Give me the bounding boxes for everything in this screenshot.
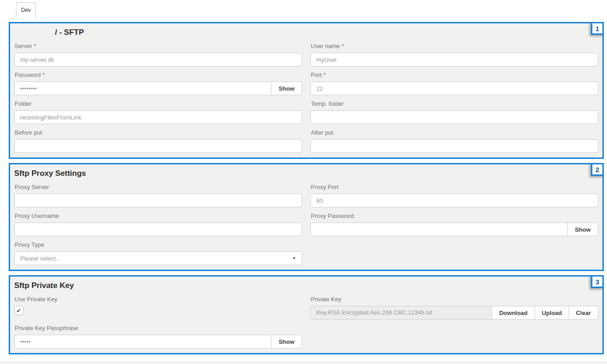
chevron-down-icon: ▼ bbox=[292, 256, 296, 261]
section-proxy: 2 Sftp Proxy Settings Proxy Server Proxy… bbox=[9, 163, 604, 271]
use-private-key-checkbox[interactable]: ✔ bbox=[14, 306, 23, 315]
section-sftp-title: / - SFTP bbox=[55, 27, 598, 38]
after-put-input[interactable] bbox=[310, 139, 598, 153]
private-key-upload-button[interactable]: Upload bbox=[535, 306, 569, 320]
proxy-type-field: Proxy Type Please select... ▼ bbox=[14, 236, 302, 265]
section-proxy-number-badge: 2 bbox=[591, 163, 604, 176]
server-input[interactable] bbox=[14, 53, 302, 66]
form-row: Before put After put bbox=[14, 124, 598, 153]
section-private-key: 3 Sftp Private Key Use Private Key ✔ Pri… bbox=[9, 275, 604, 354]
passphrase-input[interactable] bbox=[14, 335, 271, 348]
proxy-username-field: Proxy Username bbox=[14, 207, 302, 236]
proxy-password-show-button[interactable]: Show bbox=[567, 223, 598, 236]
proxy-password-label: Proxy Password bbox=[311, 212, 598, 219]
private-key-label: Private Key bbox=[311, 296, 598, 303]
server-label: Server * bbox=[15, 43, 302, 49]
before-put-label: Before put bbox=[15, 129, 302, 136]
section-sftp: 1 / - SFTP Server * User name * Password… bbox=[9, 22, 604, 159]
proxy-password-input[interactable] bbox=[310, 223, 568, 236]
passphrase-field: Private Key Passphrase Show bbox=[14, 320, 302, 348]
proxy-type-selected-value: Please select... bbox=[20, 255, 60, 262]
server-field: Server * bbox=[14, 38, 302, 66]
tab-bar: Dev bbox=[16, 2, 607, 18]
passphrase-input-group: Show bbox=[14, 335, 302, 348]
proxy-username-input[interactable] bbox=[14, 223, 302, 236]
page-content: Dev 1 / - SFTP Server * User name * Pass… bbox=[0, 0, 607, 361]
proxy-server-input[interactable] bbox=[14, 194, 302, 207]
proxy-server-label: Proxy Server bbox=[15, 184, 302, 190]
temp-folder-field: Temp. folder bbox=[310, 95, 598, 124]
after-put-field: After put bbox=[310, 124, 598, 153]
tab-dev-label: Dev bbox=[21, 7, 31, 13]
section-private-key-title: Sftp Private Key bbox=[14, 281, 598, 291]
proxy-type-label: Proxy Type bbox=[15, 241, 302, 248]
temp-folder-input[interactable] bbox=[310, 110, 598, 124]
private-key-filename: Key.RSA.Encrypted.Aes.256.CBC.12345.txt bbox=[310, 306, 492, 320]
form-row: Server * User name * bbox=[14, 38, 598, 66]
before-put-field: Before put bbox=[14, 124, 302, 153]
form-row: Proxy Type Please select... ▼ bbox=[14, 236, 598, 265]
proxy-port-input[interactable] bbox=[310, 194, 598, 207]
port-label: Port * bbox=[311, 71, 598, 78]
form-row: Folder Temp. folder bbox=[14, 95, 598, 124]
form-row: Private Key Passphrase Show bbox=[14, 320, 598, 348]
folder-input[interactable] bbox=[14, 110, 302, 124]
private-key-clear-button[interactable]: Clear bbox=[569, 306, 598, 320]
form-row: Proxy Server Proxy Port bbox=[14, 179, 598, 207]
folder-field: Folder bbox=[14, 95, 302, 124]
passphrase-label: Private Key Passphrase bbox=[15, 325, 302, 331]
use-private-key-label: Use Private Key bbox=[15, 296, 302, 303]
proxy-type-select[interactable]: Please select... ▼ bbox=[14, 251, 302, 265]
password-show-button[interactable]: Show bbox=[271, 81, 302, 95]
private-key-group: Key.RSA.Encrypted.Aes.256.CBC.12345.txt … bbox=[310, 306, 598, 320]
password-input-group: Show bbox=[14, 81, 302, 95]
private-key-download-button[interactable]: Download bbox=[492, 306, 535, 320]
checkmark-icon: ✔ bbox=[16, 307, 22, 314]
username-field: User name * bbox=[310, 38, 598, 66]
use-private-key-field: Use Private Key ✔ bbox=[14, 291, 302, 320]
password-input[interactable] bbox=[14, 81, 271, 95]
proxy-password-field: Proxy Password Show bbox=[310, 207, 598, 236]
port-field: Port * bbox=[310, 66, 598, 95]
before-put-input[interactable] bbox=[14, 139, 302, 153]
form-row: Use Private Key ✔ Private Key Key.RSA.En… bbox=[14, 291, 598, 320]
private-key-file-field: Private Key Key.RSA.Encrypted.Aes.256.CB… bbox=[310, 291, 598, 320]
proxy-port-label: Proxy Port bbox=[311, 184, 598, 190]
proxy-port-field: Proxy Port bbox=[310, 179, 598, 207]
passphrase-show-button[interactable]: Show bbox=[271, 335, 302, 348]
password-field: Password * Show bbox=[14, 66, 302, 95]
form-row: Proxy Username Proxy Password Show bbox=[14, 207, 598, 236]
after-put-label: After put bbox=[311, 129, 598, 136]
username-label: User name * bbox=[311, 43, 598, 49]
section-private-key-number-badge: 3 bbox=[591, 275, 604, 288]
tab-dev[interactable]: Dev bbox=[16, 2, 36, 18]
section-sftp-number-badge: 1 bbox=[591, 22, 604, 35]
password-label: Password * bbox=[15, 71, 302, 78]
form-row: Password * Show Port * bbox=[14, 66, 598, 95]
spacer-column bbox=[310, 320, 598, 348]
proxy-username-label: Proxy Username bbox=[15, 212, 302, 219]
section-proxy-title: Sftp Proxy Settings bbox=[14, 168, 598, 179]
port-input[interactable] bbox=[310, 81, 598, 95]
proxy-password-input-group: Show bbox=[310, 223, 598, 236]
folder-label: Folder bbox=[15, 100, 302, 107]
spacer-column bbox=[310, 236, 598, 265]
temp-folder-label: Temp. folder bbox=[311, 100, 598, 107]
username-input[interactable] bbox=[310, 53, 598, 66]
proxy-server-field: Proxy Server bbox=[14, 179, 302, 207]
